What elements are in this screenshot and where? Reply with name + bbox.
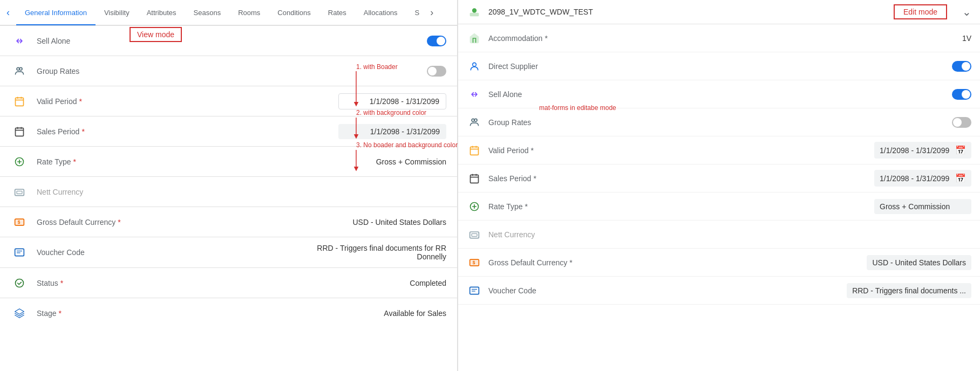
svg-point-30 <box>474 119 477 121</box>
right-sell-alone-toggle-control[interactable] <box>952 89 971 100</box>
valid-period-value[interactable]: 1/1/2098 - 1/31/2099 <box>338 93 446 109</box>
tab-conditions[interactable]: Conditions <box>269 1 319 25</box>
sales-period-calendar-icon[interactable]: 📅 <box>955 173 966 183</box>
right-rate-type-row: Rate Type* Gross + Commission <box>458 193 980 221</box>
accommodation-icon <box>467 33 482 44</box>
rate-type-icon <box>11 156 28 167</box>
right-group-rates-icon <box>467 117 482 128</box>
sales-period-row: Sales Period* 1/1/2098 - 1/31/2099 <box>0 116 457 147</box>
rate-type-row: Rate Type* Gross + Commission <box>0 147 457 177</box>
tab-bar: ‹ General Information Visibility Attribu… <box>0 0 457 26</box>
accommodation-label: Accommodation* <box>488 34 962 43</box>
right-sell-alone-row: Sell Alone <box>458 80 980 108</box>
svg-rect-35 <box>471 175 479 183</box>
right-sell-alone-toggle[interactable] <box>952 89 971 100</box>
accommodation-row: Accommodation* 1V <box>458 24 980 52</box>
right-voucher-code-label: Voucher Code <box>488 286 847 295</box>
form-content: Sell Alone Group Rates <box>0 26 457 371</box>
right-valid-period-input[interactable]: 1/1/2098 - 1/31/2099 📅 <box>874 142 971 159</box>
tab-general-information[interactable]: General Information <box>16 1 96 25</box>
svg-rect-41 <box>472 233 477 236</box>
svg-rect-22 <box>15 249 24 256</box>
tab-attributes[interactable]: Attributes <box>138 1 185 25</box>
status-icon <box>11 278 28 288</box>
edit-mode-label: Edit mode <box>894 4 947 19</box>
product-id: 2098_1V_WDTC_WDW_TEST <box>488 8 887 16</box>
right-valid-period-row: Valid Period* 1/1/2098 - 1/31/2099 📅 <box>458 136 980 164</box>
right-voucher-code-row: Voucher Code RRD - Triggers final docume… <box>458 277 980 305</box>
svg-rect-27 <box>470 13 479 17</box>
right-gross-default-currency-label: Gross Default Currency* <box>488 258 867 267</box>
right-gross-default-currency-row: $ Gross Default Currency* USD - United S… <box>458 249 980 277</box>
group-rates-toggle[interactable] <box>427 66 446 77</box>
sell-alone-toggle-control[interactable] <box>427 36 446 46</box>
right-sell-alone-label: Sell Alone <box>488 90 952 99</box>
svg-point-28 <box>473 63 477 66</box>
stage-value: Available for Sales <box>384 309 446 318</box>
right-nett-currency-row: Nett Currency <box>458 221 980 249</box>
stage-icon <box>11 308 28 319</box>
svg-rect-17 <box>15 189 24 196</box>
tab-s[interactable]: S <box>406 1 428 25</box>
right-gross-default-currency-input[interactable]: USD - United States Dollars <box>867 255 971 270</box>
sales-period-icon <box>11 126 28 137</box>
direct-supplier-toggle-control[interactable] <box>952 61 971 72</box>
tab-more-icon[interactable]: › <box>428 5 435 20</box>
tab-allocations[interactable]: Allocations <box>355 1 406 25</box>
right-sales-period-input[interactable]: 1/1/2098 - 1/31/2099 📅 <box>874 170 971 187</box>
right-rate-type-icon <box>467 201 482 212</box>
svg-point-7 <box>19 67 22 70</box>
svg-rect-31 <box>471 147 479 155</box>
voucher-code-row: Voucher Code RRD - Triggers final docume… <box>0 237 457 268</box>
right-sales-period-row: Sales Period* 1/1/2098 - 1/31/2099 📅 <box>458 164 980 193</box>
tab-rooms[interactable]: Rooms <box>229 1 269 25</box>
svg-rect-12 <box>16 128 24 136</box>
sell-alone-label: Sell Alone <box>37 37 427 45</box>
accommodation-header-icon <box>467 6 482 17</box>
group-rates-icon <box>11 66 28 77</box>
status-label: Status* <box>37 279 410 287</box>
right-nett-currency-label: Nett Currency <box>488 230 971 239</box>
nett-currency-label: Nett Currency <box>37 188 446 196</box>
direct-supplier-label: Direct Supplier <box>488 62 952 71</box>
back-button[interactable]: ‹ <box>4 5 12 20</box>
stage-row: Stage* Available for Sales <box>0 298 457 328</box>
voucher-code-value: RRD - Triggers final documents for RR Do… <box>306 244 446 261</box>
right-rate-type-input[interactable]: Gross + Commission <box>874 199 971 214</box>
group-rates-label: Group Rates <box>37 67 427 75</box>
tab-visibility[interactable]: Visibility <box>96 1 138 25</box>
sell-alone-row: Sell Alone <box>0 26 457 56</box>
right-group-rates-toggle-control[interactable] <box>952 117 971 128</box>
sell-alone-toggle[interactable] <box>427 36 446 46</box>
direct-supplier-icon <box>467 61 482 72</box>
tab-seasons[interactable]: Seasons <box>185 1 230 25</box>
rate-type-value: Gross + Commission <box>376 157 446 166</box>
status-value: Completed <box>410 279 446 287</box>
right-sell-alone-icon <box>467 89 482 100</box>
nett-currency-row: Nett Currency <box>0 177 457 207</box>
voucher-code-label: Voucher Code <box>37 248 306 257</box>
status-row: Status* Completed <box>0 268 457 298</box>
right-voucher-code-input[interactable]: RRD - Triggers final documents ... <box>847 283 971 298</box>
right-group-rates-toggle[interactable] <box>952 117 971 128</box>
right-nett-currency-icon <box>467 229 482 240</box>
tab-rates[interactable]: Rates <box>319 1 355 25</box>
valid-period-calendar-icon[interactable]: 📅 <box>955 145 966 155</box>
sell-alone-icon <box>11 36 28 46</box>
right-rate-type-label: Rate Type* <box>488 202 874 211</box>
direct-supplier-row: Direct Supplier <box>458 52 980 80</box>
sales-period-value[interactable]: 1/1/2098 - 1/31/2099 <box>338 124 446 139</box>
svg-point-25 <box>16 279 24 287</box>
group-rates-row: Group Rates <box>0 56 457 86</box>
svg-rect-40 <box>470 232 479 238</box>
chevron-down-icon[interactable]: ⌄ <box>962 5 971 18</box>
right-valid-period-icon <box>467 145 482 156</box>
direct-supplier-toggle[interactable] <box>952 61 971 72</box>
gross-default-currency-icon: $ <box>11 217 28 228</box>
view-mode-label: View mode <box>130 27 182 42</box>
svg-point-26 <box>473 9 477 12</box>
group-rates-toggle-control[interactable] <box>427 66 446 77</box>
valid-period-label: Valid Period* <box>37 97 338 106</box>
right-panel: 2098_1V_WDTC_WDW_TEST Edit mode ⌄ Accomm… <box>458 0 980 371</box>
right-gross-default-currency-icon: $ <box>467 257 482 268</box>
